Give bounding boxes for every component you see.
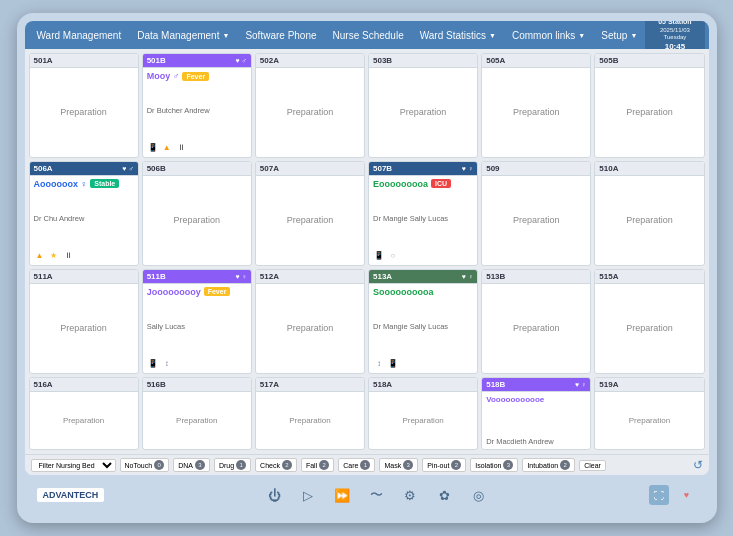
cell-header-513A: 513A ♥ ♀ [369,270,477,284]
cell-body-516B: Preparation [143,392,251,449]
cell-513A[interactable]: 513A ♥ ♀ Soooooooooa Dr Mangie Sally Luc… [368,269,478,374]
patient-name-506A: Aoooooox ♀ [34,179,88,189]
icons-507B: 📱 ○ [373,250,473,262]
nav-setup[interactable]: Setup ▼ [593,21,645,49]
main-content: 501A Preparation 501B ♥ ♂ [25,49,709,454]
filter-btn-care[interactable]: Care 1 [338,458,375,472]
filter-btn-isolation[interactable]: Isolation 3 [470,458,518,472]
filter-btn-fall[interactable]: Fall 2 [301,458,334,472]
nav-common-links[interactable]: Common links ▼ [504,21,593,49]
cell-header-505A: 505A [482,54,590,68]
play-icon[interactable]: ▷ [299,486,317,504]
cell-body-507A: Preparation [256,176,364,265]
cell-body-512A: Preparation [256,284,364,373]
preparation-label: Preparation [260,287,360,370]
chevron-down-icon: ▼ [222,32,229,39]
cell-body-505A: Preparation [482,68,590,157]
filter-btn-notouch[interactable]: NoTouch 0 [120,458,170,472]
filter-bar: Filter Nursing Bed NoTouch 0 DNA 3 Drug … [25,454,709,475]
power-icon[interactable]: ⏻ [265,486,283,504]
cell-header-507B: 507B ♥ ♀ [369,162,477,176]
phone-icon: 📱 [373,250,385,262]
cell-header-501B: 501B ♥ ♂ [143,54,251,68]
bottom-right: ⛶ ♥ [649,485,697,505]
nav-nurse-schedule[interactable]: Nurse Schedule [325,21,412,49]
phone-icon: 📱 [147,358,159,370]
cell-header-501A: 501A [30,54,138,68]
phone-icon: 📱 [147,142,159,154]
filter-btn-pinout[interactable]: Pin-out 2 [422,458,466,472]
preparation-label: Preparation [260,395,360,446]
pause-icon: ⏸ [62,250,74,262]
filter-btn-drug[interactable]: Drug 1 [214,458,251,472]
cell-501B[interactable]: 501B ♥ ♂ Mooy ♂ Fever Dr Butcher Andrew [142,53,252,158]
nav-ward-management[interactable]: Ward Management [29,21,130,49]
cell-516B: 516B Preparation [142,377,252,450]
cell-header-513B: 513B [482,270,590,284]
cell-519A: 519A Preparation [594,377,704,450]
cell-512A: 512A Preparation [255,269,365,374]
triangle-icon: ▲ [161,142,173,154]
arrow-icon: ↕ [161,358,173,370]
cell-body-518B: Vooooooooooe Dr Macdieth Andrew [482,392,590,449]
preparation-label: Preparation [486,71,586,154]
cell-body-511A: Preparation [30,284,138,373]
cell-518B[interactable]: 518B ♥ ♀ Vooooooooooe Dr Macdieth Andrew [481,377,591,450]
expand-icon[interactable]: ⛶ [649,485,669,505]
patient-name-518B: Vooooooooooe [486,395,586,404]
filter-nursing-bed-select[interactable]: Filter Nursing Bed [31,459,116,472]
settings-1-icon[interactable]: ⚙ [401,486,419,504]
preparation-label: Preparation [599,71,699,154]
fast-forward-icon[interactable]: ⏩ [333,486,351,504]
nav-data-management[interactable]: Data Management ▼ [129,21,237,49]
nav-ward-statistics[interactable]: Ward Statistics ▼ [412,21,504,49]
cell-507B[interactable]: 507B ♥ ♀ Eooooooooa ICU Dr Mangie Sally … [368,161,478,266]
doctor-501B: Dr Butcher Andrew [147,106,247,115]
cell-518A: 518A Preparation [368,377,478,450]
male-icon: ♂ [242,57,247,64]
cell-header-516B: 516B [143,378,251,392]
preparation-label: Preparation [599,287,699,370]
cell-517A: 517A Preparation [255,377,365,450]
icu-badge-507B: ICU [431,179,451,188]
doctor-507B: Dr Mangie Sally Lucas [373,214,473,223]
cell-header-518A: 518A [369,378,477,392]
cell-511B[interactable]: 511B ♥ ♀ Jooooooooy Fever Sally Lucas [142,269,252,374]
preparation-label: Preparation [34,71,134,154]
settings-2-icon[interactable]: ✿ [435,486,453,504]
patient-name-513A: Soooooooooa [373,287,434,297]
cell-511A: 511A Preparation [29,269,139,374]
cell-body-502A: Preparation [256,68,364,157]
cell-header-509: 509 [482,162,590,176]
cell-header-503B: 503B [369,54,477,68]
filter-btn-clear[interactable]: Clear [579,460,606,471]
patient-name-507B: Eooooooooa [373,179,428,189]
wave-icon[interactable]: 〜 [367,486,385,504]
icons-506A: ▲ ★ ⏸ [34,250,134,262]
cell-header-506B: 506B [143,162,251,176]
heart-icon: ♥ [235,273,239,280]
cell-body-511B: Jooooooooy Fever Sally Lucas 📱 ↕ [143,284,251,373]
filter-btn-mask[interactable]: Mask 3 [379,458,418,472]
filter-btn-intubation[interactable]: Intubation 2 [522,458,575,472]
filter-btn-dna[interactable]: DNA 3 [173,458,210,472]
cell-506A[interactable]: 506A ♥ ♂ Aoooooox ♀ Stable Dr Chu Andrew [29,161,139,266]
cell-body-510A: Preparation [595,176,703,265]
preparation-label: Preparation [486,287,586,370]
filter-btn-check[interactable]: Check 2 [255,458,297,472]
settings-3-icon[interactable]: ◎ [469,486,487,504]
cell-body-506B: Preparation [143,176,251,265]
cell-header-502A: 502A [256,54,364,68]
cell-header-506A: 506A ♥ ♂ [30,162,138,176]
male-icon: ♂ [128,165,133,172]
refresh-button[interactable]: ↺ [693,458,703,472]
fever-badge-511B: Fever [204,287,231,296]
cell-body-513A: Soooooooooa Dr Mangie Sally Lucas ↕ 📱 [369,284,477,373]
chevron-down-icon: ▼ [489,32,496,39]
nav-bar: Ward Management Data Management ▼ Softwa… [25,21,709,49]
doctor-513A: Dr Mangie Sally Lucas [373,322,473,331]
cell-body-509: Preparation [482,176,590,265]
nav-software-phone[interactable]: Software Phone [237,21,324,49]
cell-516A: 516A Preparation [29,377,139,450]
cell-header-519A: 519A [595,378,703,392]
